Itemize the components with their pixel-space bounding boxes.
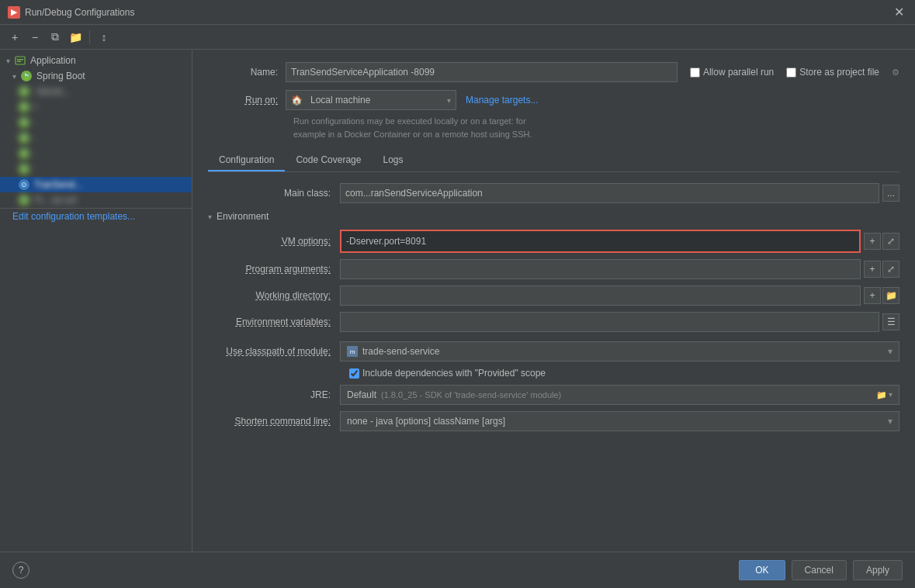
main-content: ▾ Application ▾ 🍃 Spring Boot 🍃 bbox=[0, 50, 915, 552]
title-bar: ▶ Run/Debug Configurations ✕ bbox=[0, 0, 915, 25]
name-row: Name: Allow parallel run Store as projec… bbox=[208, 62, 899, 82]
add-config-button[interactable]: + bbox=[6, 29, 23, 46]
right-panel: Name: Allow parallel run Store as projec… bbox=[192, 50, 915, 552]
application-type-icon bbox=[15, 55, 26, 66]
shorten-cmd-dropdown[interactable]: none - java [options] className [args] ▾ bbox=[340, 411, 899, 431]
dialog-title: Run/Debug Configurations bbox=[25, 7, 891, 18]
classpath-row: Use classpath of module: m trade-send-se… bbox=[208, 341, 899, 361]
program-args-row: Program arguments: + ⤢ bbox=[208, 259, 899, 279]
working-dir-input[interactable] bbox=[340, 285, 861, 306]
include-deps-checkbox[interactable] bbox=[349, 368, 359, 379]
tab-logs[interactable]: Logs bbox=[372, 150, 414, 171]
svg-rect-0 bbox=[16, 57, 25, 64]
jre-dropdown[interactable]: Default (1.8.0_25 - SDK of 'trade-send-s… bbox=[340, 385, 899, 405]
folder-config-button[interactable]: 📁 bbox=[67, 29, 84, 46]
include-deps-text: Include dependencies with "Provided" sco… bbox=[362, 368, 546, 379]
working-dir-row: Working directory: + 📁 bbox=[208, 285, 899, 306]
vm-options-buttons: + ⤢ bbox=[864, 233, 899, 250]
include-deps-row: Include dependencies with "Provided" sco… bbox=[349, 368, 899, 379]
jre-row: JRE: Default (1.8.0_25 - SDK of 'trade-s… bbox=[208, 385, 899, 405]
sidebar-springboot-label: Spring Boot bbox=[36, 71, 85, 81]
close-button[interactable]: ✕ bbox=[891, 5, 907, 19]
env-vars-input[interactable] bbox=[340, 312, 879, 332]
classpath-dropdown[interactable]: m trade-send-service ▾ bbox=[340, 341, 899, 361]
vm-options-expand-button[interactable]: ⤢ bbox=[882, 233, 899, 250]
edit-templates-label: Edit configuration templates... bbox=[12, 211, 135, 222]
toolbar: + − ⧉ 📁 ↕ bbox=[0, 25, 915, 50]
sidebar-item-5: 🍃 · bbox=[0, 146, 192, 161]
working-dir-browse-button[interactable]: 📁 bbox=[882, 287, 899, 304]
env-vars-browse-button[interactable]: ☰ bbox=[882, 313, 899, 330]
spring-child-icon-last: 🍃 bbox=[19, 195, 29, 206]
program-args-add-button[interactable]: + bbox=[864, 261, 881, 278]
action-buttons: OK Cancel Apply bbox=[739, 560, 903, 580]
sidebar-application-label: Application bbox=[30, 55, 76, 66]
jre-sub-label: (1.8.0_25 - SDK of 'trade-send-service' … bbox=[381, 390, 561, 399]
jre-default-label: Default bbox=[347, 389, 376, 400]
program-args-expand-button[interactable]: ⤢ bbox=[882, 261, 899, 278]
vm-options-row: VM options: + ⤢ bbox=[208, 230, 899, 253]
module-icon: m bbox=[347, 346, 358, 357]
sidebar: ▾ Application ▾ 🍃 Spring Boot 🍃 bbox=[0, 50, 192, 552]
apply-button[interactable]: Apply bbox=[853, 560, 903, 580]
run-on-dropdown[interactable]: 🏠 Local machine ▾ bbox=[286, 90, 456, 110]
spring-child-icon-2: 🍃 bbox=[19, 102, 29, 112]
tabs: Configuration Code Coverage Logs bbox=[208, 150, 899, 172]
store-project-label: Store as project file bbox=[786, 67, 879, 78]
copy-config-button[interactable]: ⧉ bbox=[47, 29, 64, 46]
sidebar-child-label-4: · bbox=[34, 133, 36, 144]
sidebar-item-selected[interactable]: ⊙ TranSend... bbox=[0, 177, 192, 192]
edit-templates-link[interactable]: Edit configuration templates... bbox=[0, 209, 192, 224]
toolbar-separator bbox=[89, 30, 90, 44]
run-on-value: Local machine bbox=[310, 95, 370, 105]
spring-child-icon-6: 🍃 bbox=[19, 164, 29, 175]
cancel-button[interactable]: Cancel bbox=[792, 560, 847, 580]
sidebar-item-application[interactable]: ▾ Application bbox=[0, 53, 192, 68]
ok-button[interactable]: OK bbox=[739, 560, 785, 580]
tab-code-coverage[interactable]: Code Coverage bbox=[285, 150, 372, 171]
name-input[interactable] bbox=[286, 62, 678, 82]
tab-configuration[interactable]: Configuration bbox=[208, 150, 285, 171]
help-button[interactable]: ? bbox=[12, 562, 29, 579]
main-class-input[interactable] bbox=[340, 183, 879, 203]
tree-expand-icon: ▾ bbox=[6, 57, 10, 65]
include-deps-label: Include dependencies with "Provided" sco… bbox=[349, 368, 546, 379]
sidebar-item-6: 🍃 · bbox=[0, 161, 192, 177]
sidebar-child-label-last: Tr... ier eA bbox=[34, 195, 77, 206]
sidebar-item-springboot[interactable]: ▾ 🍃 Spring Boot bbox=[0, 68, 192, 84]
sidebar-child-label-1: -Servic... bbox=[34, 86, 71, 97]
sidebar-child-label-5: · bbox=[34, 148, 36, 159]
program-args-input[interactable] bbox=[340, 259, 861, 279]
main-class-buttons: ... bbox=[882, 185, 899, 202]
allow-parallel-checkbox[interactable] bbox=[690, 67, 700, 78]
sidebar-child-label-2: i bbox=[34, 102, 36, 112]
environment-expand-icon[interactable]: ▾ bbox=[208, 213, 212, 221]
program-args-label: Program arguments: bbox=[208, 264, 340, 275]
working-dir-label: Working directory: bbox=[208, 290, 340, 301]
environment-label: Environment bbox=[217, 211, 269, 222]
sidebar-child-label-3: · bbox=[34, 117, 36, 128]
svg-rect-2 bbox=[17, 61, 21, 63]
spring-child-icon-4: 🍃 bbox=[19, 133, 29, 144]
main-class-label: Main class: bbox=[208, 188, 340, 199]
vm-input-wrapper bbox=[340, 230, 861, 253]
working-dir-buttons: + 📁 bbox=[864, 287, 899, 304]
sidebar-item-2: 🍃 i bbox=[0, 99, 192, 115]
vm-options-add-button[interactable]: + bbox=[864, 233, 881, 250]
remove-config-button[interactable]: − bbox=[26, 29, 43, 46]
env-vars-label: Environment variables: bbox=[208, 316, 340, 327]
svg-rect-1 bbox=[17, 59, 23, 61]
allow-parallel-label: Allow parallel run bbox=[690, 67, 774, 78]
checkbox-group: Allow parallel run Store as project file… bbox=[690, 67, 899, 78]
shorten-cmd-row: Shorten command line: none - java [optio… bbox=[208, 411, 899, 431]
manage-targets-link[interactable]: Manage targets... bbox=[466, 95, 538, 105]
vm-options-input[interactable] bbox=[341, 231, 859, 251]
spring-child-icon-1: 🍃 bbox=[19, 86, 29, 97]
main-class-browse-button[interactable]: ... bbox=[882, 185, 899, 202]
jre-browse-icon[interactable]: 📁 bbox=[876, 390, 887, 400]
store-project-checkbox[interactable] bbox=[786, 67, 796, 78]
working-dir-add-button[interactable]: + bbox=[864, 287, 881, 304]
sort-config-button[interactable]: ↕ bbox=[95, 29, 113, 46]
tree-expand-springboot-icon: ▾ bbox=[12, 72, 16, 81]
store-project-gear-icon[interactable]: ⚙ bbox=[892, 67, 899, 78]
